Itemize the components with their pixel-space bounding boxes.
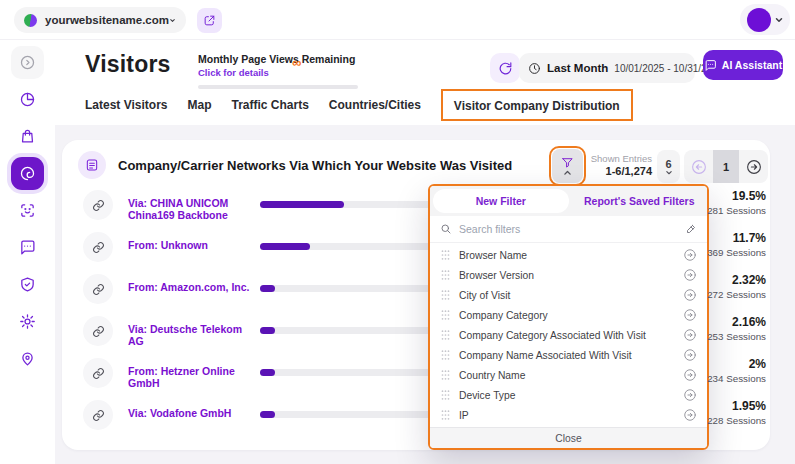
sidebar-item-location[interactable]: [11, 342, 44, 375]
shown-entries-value: 1-6/1,274: [590, 165, 652, 177]
drag-handle-icon[interactable]: [440, 349, 451, 361]
sidebar-item-orders[interactable]: [11, 120, 44, 153]
network-name[interactable]: From: Hetzner Online GmbH: [128, 365, 258, 389]
filter-item-device-type[interactable]: Device Type: [430, 385, 707, 405]
filter-item-label: Company Category Associated With Visit: [459, 330, 675, 341]
network-name[interactable]: Via: Vodafone GmbH: [128, 407, 258, 419]
filter-item-label: IP: [459, 410, 675, 421]
row-stats: 11.7% 369 Sessions: [700, 231, 766, 258]
filter-item-company-category[interactable]: Company Category: [430, 305, 707, 325]
refresh-button[interactable]: [490, 53, 520, 83]
bar-fill: [260, 201, 344, 208]
link-icon: [83, 274, 113, 304]
website-name: yourwebsitename.com: [45, 14, 169, 26]
top-bar: yourwebsitename.com: [0, 0, 795, 40]
filter-item-city-of-visit[interactable]: City of Visit: [430, 285, 707, 305]
page-size-value: 6: [665, 158, 671, 170]
sidebar-item-security[interactable]: [11, 268, 44, 301]
app-window: yourwebsitename.com: [0, 0, 795, 464]
drag-handle-icon[interactable]: [440, 389, 451, 401]
quota-details-link[interactable]: Click for details: [198, 67, 360, 78]
filter-item-browser-version[interactable]: Browser Version: [430, 265, 707, 285]
filter-search-row: [430, 216, 707, 243]
search-filters-input[interactable]: [459, 223, 678, 235]
network-name[interactable]: Via: Deutsche Telekom AG: [128, 323, 258, 347]
tab-visitor-company-distribution[interactable]: Visitor Company Distribution: [454, 99, 620, 113]
tab-new-filter[interactable]: New Filter: [433, 189, 569, 213]
tab-latest-visitors[interactable]: Latest Visitors: [85, 98, 167, 112]
filter-panel: New Filter Report's Saved Filters Browse…: [428, 184, 709, 450]
network-name[interactable]: From: Unknown: [128, 239, 258, 251]
date-range-selector[interactable]: Last Month 10/01/2025 - 10/31/2025: [519, 53, 695, 83]
sidebar-item-analytics[interactable]: [11, 83, 44, 116]
drag-handle-icon[interactable]: [440, 329, 451, 341]
clear-search-icon[interactable]: [685, 223, 697, 235]
sidebar-toggle-icon[interactable]: [11, 46, 44, 79]
filter-item-browser-name[interactable]: Browser Name: [430, 245, 707, 265]
sidebar-item-chat[interactable]: [11, 231, 44, 264]
filter-item-label: Company Name Associated With Visit: [459, 350, 675, 361]
tab-countries-cities[interactable]: Countries/Cities: [329, 98, 421, 112]
user-menu[interactable]: [740, 4, 790, 35]
arrow-right-circle-icon[interactable]: [683, 268, 697, 282]
tab-saved-filters[interactable]: Report's Saved Filters: [572, 186, 708, 216]
filter-item-company-name-associated[interactable]: Company Name Associated With Visit: [430, 345, 707, 365]
filter-item-country-name[interactable]: Country Name: [430, 365, 707, 385]
gear-icon: [19, 313, 36, 330]
bar-fill: [260, 243, 310, 250]
arrow-right-circle-icon[interactable]: [683, 408, 697, 422]
filter-item-ip[interactable]: IP: [430, 405, 707, 425]
ai-assistant-label: AI Assistant: [722, 59, 782, 71]
sidebar: [0, 40, 55, 464]
percent-value: 19.5%: [700, 189, 766, 203]
drag-handle-icon[interactable]: [440, 289, 451, 301]
percent-value: 2%: [700, 357, 766, 371]
drag-handle-icon[interactable]: [440, 309, 451, 321]
sidebar-item-visitors[interactable]: [11, 157, 44, 190]
next-page-button[interactable]: [739, 158, 768, 176]
clock-icon: [528, 62, 541, 75]
arrow-right-circle-icon[interactable]: [683, 328, 697, 342]
sessions-value: 272 Sessions: [700, 289, 766, 300]
chat-bubble-icon: [19, 239, 36, 256]
tab-traffic-charts[interactable]: Traffic Charts: [231, 98, 308, 112]
ai-assistant-button[interactable]: AI Assistant: [703, 50, 783, 80]
shield-check-icon: [19, 276, 36, 293]
pagination: 1: [684, 150, 768, 183]
arrow-right-circle-icon[interactable]: [683, 388, 697, 402]
filter-item-company-category-associated[interactable]: Company Category Associated With Visit: [430, 325, 707, 345]
bar-fill: [260, 327, 275, 334]
document-icon: [85, 158, 99, 172]
filter-item-label: Country Name: [459, 370, 675, 381]
arrow-right-circle-icon[interactable]: [683, 288, 697, 302]
page-size-selector[interactable]: 6: [657, 150, 680, 183]
drag-handle-icon[interactable]: [440, 369, 451, 381]
arrow-right-circle-icon[interactable]: [683, 308, 697, 322]
report-icon: [78, 151, 106, 179]
arrow-right-circle-icon[interactable]: [683, 248, 697, 262]
network-name[interactable]: Via: CHINA UNICOM China169 Backbone: [128, 197, 258, 221]
website-selector[interactable]: yourwebsitename.com: [14, 7, 186, 33]
row-stats: 2.32% 272 Sessions: [700, 273, 766, 300]
chevron-down-icon: [169, 15, 176, 26]
network-name[interactable]: From: Amazon.com, Inc.: [128, 281, 258, 293]
drag-handle-icon[interactable]: [440, 409, 451, 421]
arrow-right-circle-icon[interactable]: [683, 368, 697, 382]
prev-page-button[interactable]: [684, 158, 713, 176]
funnel-icon: [561, 156, 574, 169]
drag-handle-icon[interactable]: [440, 249, 451, 261]
sidebar-item-settings[interactable]: [11, 305, 44, 338]
arrow-left-circle-icon: [690, 158, 708, 176]
arrow-right-circle-icon[interactable]: [683, 348, 697, 362]
sidebar-item-recognition[interactable]: [11, 194, 44, 227]
map-pin-icon: [19, 350, 36, 367]
filter-button[interactable]: [552, 149, 583, 183]
link-icon: [83, 190, 113, 220]
drag-handle-icon[interactable]: [440, 269, 451, 281]
open-website-button[interactable]: [197, 8, 222, 33]
tab-map[interactable]: Map: [187, 98, 211, 112]
percent-value: 1.95%: [700, 399, 766, 413]
row-stats: 1.95% 228 Sessions: [700, 399, 766, 426]
current-page[interactable]: 1: [713, 150, 739, 183]
close-filter-panel-button[interactable]: Close: [430, 427, 707, 448]
